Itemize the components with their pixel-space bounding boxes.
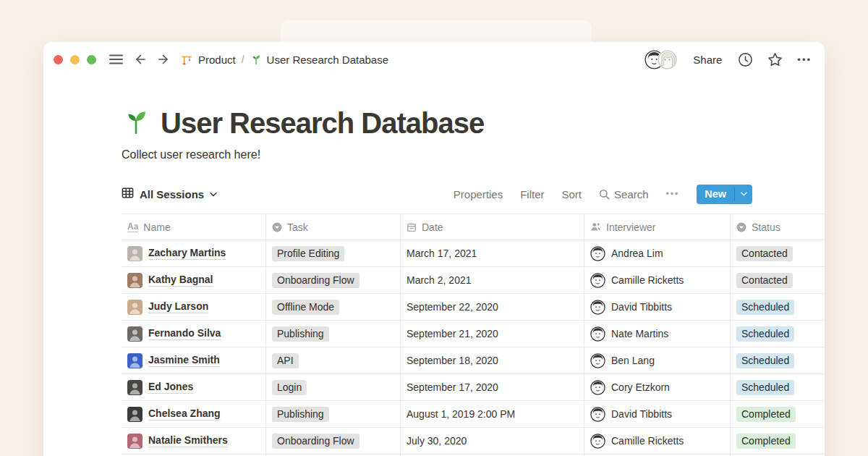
row-date: September 18, 2020	[407, 355, 498, 366]
zoom-window-button[interactable]	[87, 55, 96, 64]
cell-interviewer[interactable]: Camille Ricketts	[584, 428, 731, 454]
column-header-name[interactable]: Aa Name	[122, 214, 266, 240]
view-switcher[interactable]: All Sessions	[122, 187, 217, 201]
properties-button[interactable]: Properties	[454, 188, 503, 200]
cell-date[interactable]: July 30, 2020	[401, 428, 584, 454]
cell-name[interactable]: Zachary Martins	[122, 240, 266, 266]
cell-status[interactable]: Scheduled	[731, 294, 825, 320]
cell-date[interactable]: August 1, 2019 2:00 PM	[401, 401, 584, 427]
row-interviewer: David Tibbitts	[611, 408, 672, 420]
cell-date[interactable]: September 18, 2020	[401, 347, 584, 373]
cell-status[interactable]: Contacted	[731, 267, 825, 293]
cell-task[interactable]: Publishing	[266, 321, 401, 347]
status-tag: Scheduled	[736, 300, 794, 315]
interviewer-avatar	[590, 434, 605, 449]
cell-name[interactable]: Natalie Smithers	[122, 428, 266, 454]
cell-task[interactable]: API	[266, 347, 401, 373]
breadcrumb-workspace[interactable]: Product	[181, 54, 236, 66]
new-button[interactable]: New	[697, 185, 752, 204]
favorite-star-icon[interactable]	[767, 52, 783, 67]
cell-status[interactable]: Scheduled	[731, 374, 825, 400]
cell-interviewer[interactable]: Andrea Lim	[584, 240, 731, 266]
cell-task[interactable]: Onboarding Flow	[266, 428, 401, 454]
more-options-icon[interactable]: •••	[797, 54, 812, 65]
person-photo-avatar	[127, 434, 142, 449]
cell-task[interactable]: Onboarding Flow	[266, 267, 401, 293]
back-arrow-icon[interactable]	[133, 53, 147, 66]
database-toolbar: All Sessions Properties Filter Sort Sear…	[122, 183, 752, 205]
person-photo-avatar	[127, 353, 142, 368]
column-header-status[interactable]: Status	[731, 214, 825, 240]
toolbar-actions: Properties Filter Sort Search ••• New	[454, 185, 752, 204]
cell-interviewer[interactable]: David Tibbitts	[584, 401, 731, 427]
cell-name[interactable]: Judy Larson	[122, 294, 266, 320]
toolbar-more-icon[interactable]: •••	[666, 189, 680, 199]
breadcrumb-page[interactable]: User Research Database	[250, 54, 388, 66]
table-header-row: Aa Name Task Date Interviewer Stat	[122, 214, 825, 240]
interviewer-avatar	[590, 300, 605, 315]
cell-date[interactable]: March 17, 2021	[401, 240, 584, 266]
table-body: Zachary Martins Profile Editing March 17…	[122, 240, 825, 455]
interviewer-avatar	[590, 273, 605, 288]
cell-interviewer[interactable]: Nate Martins	[584, 321, 731, 347]
person-photo-avatar	[127, 380, 142, 395]
cell-interviewer[interactable]: Cory Etzkorn	[584, 374, 731, 400]
page-seedling-icon	[122, 107, 150, 139]
task-tag: API	[272, 353, 299, 368]
cell-name[interactable]: Jasmine Smith	[122, 347, 266, 373]
cell-task[interactable]: Offline Mode	[266, 294, 401, 320]
column-header-date[interactable]: Date	[401, 214, 584, 240]
status-tag: Scheduled	[736, 380, 794, 395]
person-photo-avatar	[127, 246, 142, 261]
column-header-task[interactable]: Task	[266, 214, 401, 240]
date-icon	[407, 222, 417, 232]
crane-icon	[181, 54, 193, 66]
updates-clock-icon[interactable]	[738, 52, 753, 67]
cell-name[interactable]: Kathy Bagnal	[122, 267, 266, 293]
topbar-right: Share •••	[644, 50, 812, 69]
cell-status[interactable]: Contacted	[731, 240, 825, 266]
interviewer-avatar	[590, 326, 605, 342]
sort-button[interactable]: Sort	[562, 188, 582, 200]
window-topbar: Product / User Research Database Share •…	[43, 42, 825, 77]
cell-task[interactable]: Publishing	[266, 401, 401, 427]
menu-icon[interactable]	[109, 54, 123, 64]
row-name: Zachary Martins	[148, 247, 226, 260]
minimize-window-button[interactable]	[70, 55, 80, 64]
breadcrumb-separator: /	[242, 54, 244, 65]
cell-name[interactable]: Chelsea Zhang	[122, 401, 266, 427]
cell-status[interactable]: Scheduled	[731, 321, 825, 347]
table-row: Fernando Silva Publishing September 21, …	[122, 321, 825, 347]
cell-date[interactable]: March 2, 2021	[401, 267, 584, 293]
row-interviewer: Camille Ricketts	[611, 435, 684, 447]
cell-date[interactable]: September 21, 2020	[401, 321, 584, 347]
cell-status[interactable]: Completed	[731, 428, 825, 454]
new-button-dropdown[interactable]	[735, 185, 752, 204]
search-button[interactable]: Search	[599, 188, 649, 200]
cell-interviewer[interactable]: Camille Ricketts	[584, 267, 731, 293]
cell-date[interactable]: September 22, 2020	[401, 294, 584, 320]
page-subtitle: Collect user research here!	[122, 147, 825, 163]
cell-task[interactable]: Login	[266, 374, 401, 400]
share-button[interactable]: Share	[693, 54, 722, 66]
table-row: Chelsea Zhang Publishing August 1, 2019 …	[122, 401, 825, 428]
cell-task[interactable]: Profile Editing	[266, 240, 401, 266]
task-tag: Profile Editing	[272, 246, 344, 261]
cell-status[interactable]: Completed	[731, 401, 825, 427]
status-tag: Completed	[736, 407, 796, 422]
cell-interviewer[interactable]: David Tibbitts	[584, 294, 731, 320]
new-button-label[interactable]: New	[697, 185, 734, 204]
table-view-icon	[122, 187, 134, 201]
cell-status[interactable]: Scheduled	[731, 347, 825, 373]
cell-date[interactable]: September 17, 2020	[401, 374, 584, 400]
cell-name[interactable]: Ed Jones	[122, 374, 266, 400]
column-header-interviewer[interactable]: Interviewer	[584, 214, 731, 240]
close-window-button[interactable]	[54, 55, 63, 64]
person-icon	[590, 221, 601, 232]
forward-arrow-icon[interactable]	[157, 53, 171, 66]
filter-button[interactable]: Filter	[520, 188, 544, 200]
cell-name[interactable]: Fernando Silva	[122, 321, 266, 347]
task-tag: Login	[272, 380, 307, 395]
cell-interviewer[interactable]: Ben Lang	[584, 347, 731, 373]
collaborator-avatars	[644, 50, 677, 69]
